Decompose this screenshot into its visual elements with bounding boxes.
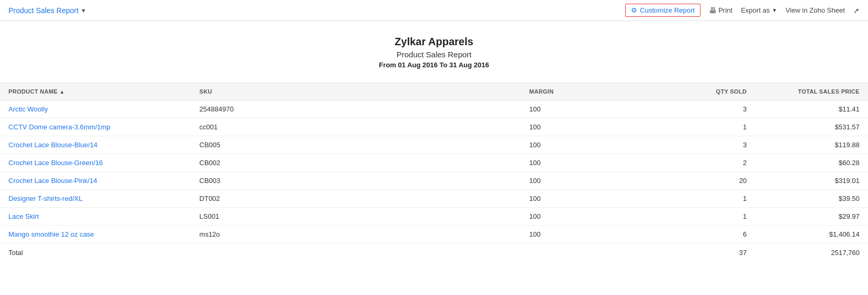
- cell-sku: LS001: [191, 208, 521, 226]
- print-label: Print: [718, 6, 733, 14]
- col-label-total: TOTAL SALES PRICE: [798, 88, 860, 95]
- report-name: Product Sales Report: [0, 50, 868, 59]
- cell-sku: CB005: [191, 136, 521, 154]
- col-label-margin: MARGIN: [529, 88, 554, 95]
- cell-total-sales-price: $119.88: [755, 136, 868, 154]
- table-row: Designer T-shirts-red/XLDT0021001$39.50: [0, 190, 868, 208]
- cell-product-name[interactable]: Crochet Lace Blouse-Pink/14: [0, 172, 191, 190]
- cell-product-name[interactable]: Mango smoothie 12 oz case: [0, 226, 191, 243]
- footer-sales-total: 2517,760: [755, 243, 868, 262]
- col-header-product-name[interactable]: PRODUCT NAME ▲: [0, 83, 191, 100]
- cell-qty-sold: 1: [643, 118, 755, 136]
- toolbar-right: ⚙ Customize Report 🖶 Print Export as ▼ V…: [625, 4, 860, 17]
- zoho-sheet-button[interactable]: View in Zoho Sheet: [786, 6, 845, 14]
- cell-margin: 100: [521, 172, 643, 190]
- cell-qty-sold: 3: [643, 136, 755, 154]
- report-header: Zylkar Apparels Product Sales Report Fro…: [0, 21, 868, 78]
- table-row: Crochet Lace Blouse-Green/16CB0021002$60…: [0, 154, 868, 172]
- col-label-product: PRODUCT NAME: [8, 88, 57, 95]
- cell-sku: ms12o: [191, 226, 521, 243]
- print-button[interactable]: 🖶 Print: [709, 6, 733, 15]
- table-row: Crochet Lace Blouse-Blue/14CB0051003$119…: [0, 136, 868, 154]
- col-header-margin[interactable]: MARGIN: [521, 83, 643, 100]
- table-row: Crochet Lace Blouse-Pink/14CB00310020$31…: [0, 172, 868, 190]
- customize-report-button[interactable]: ⚙ Customize Report: [625, 4, 701, 17]
- cell-product-name[interactable]: Lace Skirt: [0, 208, 191, 226]
- cell-qty-sold: 20: [643, 172, 755, 190]
- table-row: Mango smoothie 12 oz casems12o1006$1,406…: [0, 226, 868, 243]
- cell-total-sales-price: $1,406.14: [755, 226, 868, 243]
- table-row: Lace SkirtLS0011001$29.97: [0, 208, 868, 226]
- toolbar: Product Sales Report ▼ ⚙ Customize Repor…: [0, 0, 868, 21]
- footer-qty-total: 37: [643, 243, 755, 262]
- cell-product-name[interactable]: CCTV Dome camera-3.6mm/1mp: [0, 118, 191, 136]
- table-row: Arctic Woolly2548849701003$11.41: [0, 100, 868, 118]
- table-row: CCTV Dome camera-3.6mm/1mpcc0011001$531.…: [0, 118, 868, 136]
- table-footer-row: Total 37 2517,760: [0, 243, 868, 262]
- footer-margin-empty: [521, 243, 643, 262]
- print-icon: 🖶: [709, 6, 716, 15]
- report-title-dropdown[interactable]: Product Sales Report ▼: [8, 6, 86, 15]
- report-title-label: Product Sales Report: [8, 6, 78, 15]
- export-button[interactable]: Export as ▼: [741, 6, 777, 14]
- cell-sku: CB002: [191, 154, 521, 172]
- cell-product-name[interactable]: Arctic Woolly: [0, 100, 191, 118]
- footer-sku-empty: [191, 243, 521, 262]
- cell-sku: CB003: [191, 172, 521, 190]
- table-header-row: PRODUCT NAME ▲ SKU MARGIN QTY SOLD TOTAL…: [0, 83, 868, 100]
- cell-margin: 100: [521, 100, 643, 118]
- cell-sku: DT002: [191, 190, 521, 208]
- cell-total-sales-price: $39.50: [755, 190, 868, 208]
- customize-report-label: Customize Report: [640, 6, 695, 14]
- cell-total-sales-price: $60.28: [755, 154, 868, 172]
- expand-button[interactable]: ➚: [853, 6, 860, 15]
- chevron-down-icon: ▼: [772, 7, 777, 13]
- col-label-qty: QTY SOLD: [716, 88, 746, 95]
- cell-product-name[interactable]: Designer T-shirts-red/XL: [0, 190, 191, 208]
- col-header-total[interactable]: TOTAL SALES PRICE: [755, 83, 868, 100]
- cell-product-name[interactable]: Crochet Lace Blouse-Blue/14: [0, 136, 191, 154]
- cell-qty-sold: 3: [643, 100, 755, 118]
- cell-total-sales-price: $531.57: [755, 118, 868, 136]
- company-name: Zylkar Apparels: [0, 36, 868, 48]
- cell-margin: 100: [521, 190, 643, 208]
- cell-qty-sold: 1: [643, 208, 755, 226]
- col-label-sku: SKU: [200, 88, 212, 95]
- cell-qty-sold: 6: [643, 226, 755, 243]
- cell-qty-sold: 1: [643, 190, 755, 208]
- cell-total-sales-price: $11.41: [755, 100, 868, 118]
- col-header-qty[interactable]: QTY SOLD: [643, 83, 755, 100]
- cell-margin: 100: [521, 136, 643, 154]
- footer-label: Total: [0, 243, 191, 262]
- chevron-down-icon: ▼: [81, 7, 86, 14]
- col-header-sku[interactable]: SKU: [191, 83, 521, 100]
- gear-icon: ⚙: [631, 6, 637, 14]
- cell-product-name[interactable]: Crochet Lace Blouse-Green/16: [0, 154, 191, 172]
- cell-margin: 100: [521, 226, 643, 243]
- date-range: From 01 Aug 2016 To 31 Aug 2016: [0, 61, 868, 69]
- cell-qty-sold: 2: [643, 154, 755, 172]
- cell-sku: 254884970: [191, 100, 521, 118]
- cell-margin: 100: [521, 118, 643, 136]
- cell-total-sales-price: $29.97: [755, 208, 868, 226]
- export-label: Export as: [741, 6, 770, 14]
- report-table: PRODUCT NAME ▲ SKU MARGIN QTY SOLD TOTAL…: [0, 83, 868, 262]
- cell-sku: cc001: [191, 118, 521, 136]
- cell-margin: 100: [521, 208, 643, 226]
- sort-asc-icon: ▲: [60, 89, 65, 95]
- zoho-sheet-label: View in Zoho Sheet: [786, 6, 845, 14]
- toolbar-left: Product Sales Report ▼: [8, 6, 86, 15]
- cell-margin: 100: [521, 154, 643, 172]
- expand-icon: ➚: [853, 6, 860, 15]
- cell-total-sales-price: $319.01: [755, 172, 868, 190]
